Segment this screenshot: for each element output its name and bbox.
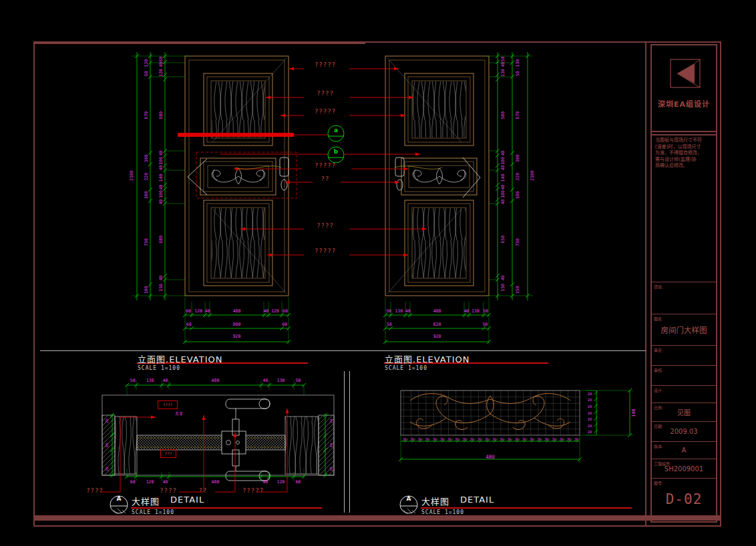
dim-chain-horizontal: 60120404804012060 xyxy=(185,308,289,314)
dim-label: 730 xyxy=(142,201,150,284)
dim-label: 20 xyxy=(586,397,594,404)
dim-chain-vertical: 206020 xyxy=(327,415,335,475)
dim-label: 20 xyxy=(586,403,594,410)
dim-label: 20 xyxy=(453,436,460,442)
dim-label: 20 xyxy=(550,436,557,442)
dim-label: 20 xyxy=(460,436,467,442)
dim-label: 20 xyxy=(586,423,594,429)
dim-label: 670 xyxy=(142,77,150,154)
dim-label: 40 xyxy=(499,62,506,66)
dim-label: 50 xyxy=(293,377,304,384)
dim-label: 20 xyxy=(438,436,445,442)
dim-label: 100 xyxy=(157,156,164,166)
annotation-text: ?? xyxy=(190,487,216,494)
sheet-border xyxy=(33,41,721,527)
dim-label: 100 xyxy=(157,189,164,200)
dim-label: 20 xyxy=(558,436,565,442)
tb-value xyxy=(652,282,716,314)
dim-label: 20 xyxy=(408,436,415,442)
tb-value xyxy=(652,366,716,385)
dim-chain-horizontal: 6080060 xyxy=(185,321,289,328)
bubble-letter: A xyxy=(115,495,123,502)
dim-label: 20 xyxy=(445,436,453,442)
dim-label: 40 xyxy=(157,62,164,66)
dim-label: 40 xyxy=(405,308,410,314)
dim-label: 40 xyxy=(162,377,170,384)
dim-chain-horizontal: 50130404804013050 xyxy=(127,377,304,384)
dim-label: 40 xyxy=(157,151,164,155)
annotation-text: ???? xyxy=(302,90,349,97)
dim-label: 60 xyxy=(142,70,150,77)
dim-label: 20 xyxy=(476,436,483,442)
dim-label: 920 xyxy=(185,333,289,340)
dim-chain-horizontal: 5082050 xyxy=(385,321,489,328)
dim-label: 670 xyxy=(514,77,521,154)
scale-note: SCALE 1=100 xyxy=(421,509,464,515)
dim-label: 50 xyxy=(385,321,393,328)
dim-label: 820 xyxy=(393,321,481,328)
dim-label: 120 xyxy=(268,308,282,314)
detail-title-right: 大样图 DETAIL xyxy=(421,495,494,507)
dim-label: 60 xyxy=(282,308,289,314)
tb-row-approved: 审定: xyxy=(652,345,716,365)
tb-value: 房间门大样图 xyxy=(652,314,716,345)
detail-title-en: DETAIL xyxy=(460,495,494,507)
dim-label: 120 xyxy=(138,479,162,485)
section-separator-v xyxy=(344,371,345,513)
tb-row-date: 日期: 2009.03 xyxy=(652,421,716,441)
tb-row-scale: 比例: 见图 xyxy=(652,402,716,421)
elevation-title-right: 立面图.ELEVATION xyxy=(385,352,469,365)
dim-label: 120 xyxy=(192,308,205,314)
dim-label: 100 xyxy=(514,153,521,164)
dim-label: 商确认后修改。 xyxy=(655,163,714,170)
dim-label: 100 xyxy=(499,189,506,200)
scale-note: SCALE 1=100 xyxy=(385,365,427,371)
dim-chain-vertical: 13050670100220100730150 xyxy=(514,56,521,296)
annotation-text: ?? xyxy=(302,176,349,182)
dim-label: [误差]时，以现场尺寸 xyxy=(655,144,714,151)
dim-label: 60 xyxy=(293,479,304,485)
dim-label: 480 xyxy=(410,308,464,314)
dim-chain-vertical: 60401206804010040140401004068040150 xyxy=(157,56,164,296)
tb-value xyxy=(652,346,716,365)
dim-label: 20 xyxy=(327,463,335,475)
dim-label: 40 xyxy=(464,308,469,314)
dim-label: 130 xyxy=(392,308,405,314)
tb-row-version: 版本: A xyxy=(652,441,716,459)
dim-label: 130 xyxy=(514,56,521,70)
dim-total-width: 480 xyxy=(401,453,580,460)
titleblock-divider xyxy=(645,43,646,525)
dim-label: 120 xyxy=(142,56,150,70)
dim-chain-horizontal: 50130404804013050 xyxy=(385,308,489,314)
annotation-text: ???? xyxy=(148,487,188,494)
dim-total-height: 2100 xyxy=(529,56,536,296)
dim-label: 730 xyxy=(514,201,521,284)
dim-label: 140 xyxy=(157,170,164,185)
dim-label: 20 xyxy=(401,436,408,442)
title-underline xyxy=(421,507,632,509)
annotation-text: ????? xyxy=(302,61,349,68)
dim-label: 100 xyxy=(514,190,521,201)
dim-label: 60 xyxy=(281,321,289,328)
dim-label: 40 xyxy=(499,166,506,170)
dim-chain-vertical: 12060670100220100730100 xyxy=(142,56,150,296)
dim-label: 500 xyxy=(499,79,506,152)
dim-label: 20 xyxy=(431,436,438,442)
dim-chain-horizontal: 60120404804012060 xyxy=(127,479,304,485)
dim-label: 40 xyxy=(179,398,183,416)
tb-divider xyxy=(652,131,716,132)
dim-label: 20 xyxy=(572,436,580,442)
dim-label: 680 xyxy=(157,79,164,152)
dim-label: 20 xyxy=(513,436,520,442)
dim-label: 60 xyxy=(185,308,192,314)
dim-label: 20 xyxy=(483,436,490,442)
dim-label: 800 xyxy=(192,321,280,328)
dim-label: 60 xyxy=(103,427,111,463)
dim-label: 20 xyxy=(586,410,594,417)
dim-label: 20 xyxy=(528,436,535,442)
dim-unit-chain: 2020202020202020202020202020202020202020… xyxy=(401,436,580,442)
callout-letter-b: b xyxy=(331,148,341,156)
dim-label: 20 xyxy=(535,436,542,442)
dim-label: 20 xyxy=(327,415,335,427)
tb-row-designed: 设计: xyxy=(652,385,716,402)
